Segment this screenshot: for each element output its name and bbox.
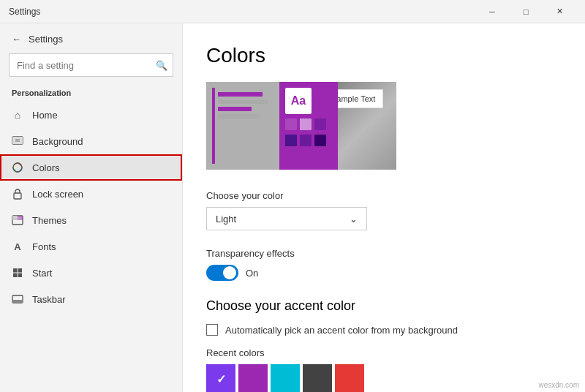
close-button[interactable]: ✕ — [543, 0, 576, 23]
preview-tile-1 — [285, 118, 297, 130]
sidebar-item-background[interactable]: Background — [0, 128, 182, 154]
color-mode-section: Choose your color Light ⌄ — [206, 190, 562, 230]
sidebar: ← Settings 🔍 Personalization ⌂ Home Back… — [0, 23, 183, 392]
sample-text: Sample Text — [338, 94, 375, 103]
color-mode-dropdown[interactable]: Light ⌄ — [206, 207, 367, 230]
sidebar-item-colors[interactable]: Colors — [0, 154, 182, 181]
sample-text-box: Sample Text — [338, 89, 383, 108]
background-icon — [12, 135, 23, 147]
minimize-button[interactable]: ─ — [475, 0, 509, 23]
sidebar-item-taskbar[interactable]: Taskbar — [0, 286, 182, 312]
svg-rect-8 — [18, 216, 23, 220]
sidebar-label-fonts: Fonts — [32, 241, 56, 252]
color-swatch-3[interactable] — [271, 364, 300, 392]
preview-tile-row-1 — [285, 118, 332, 130]
transparency-toggle-row: On — [206, 265, 562, 281]
auto-accent-label: Automatically pick an accent color from … — [225, 325, 458, 336]
preview-tile-row-2 — [285, 135, 332, 146]
main-content: Colors Aa — [183, 23, 585, 392]
accent-color-title: Choose your accent color — [206, 298, 562, 314]
auto-accent-checkbox[interactable] — [206, 324, 218, 336]
accent-color-section: Choose your accent color Automatically p… — [206, 298, 562, 392]
sidebar-search-container: 🔍 — [9, 53, 173, 77]
sidebar-app-title: Settings — [29, 34, 63, 45]
preview-middle-panel: Aa — [279, 82, 338, 170]
preview-right-panel: Sample Text — [338, 82, 396, 170]
app-title: Settings — [9, 7, 475, 17]
preview-aa-tile: Aa — [285, 88, 312, 114]
sidebar-label-background: Background — [32, 136, 83, 147]
color-swatch-2[interactable] — [238, 364, 268, 392]
svg-rect-11 — [13, 274, 18, 278]
sidebar-item-lockscreen[interactable]: Lock screen — [0, 181, 182, 207]
svg-rect-7 — [12, 216, 18, 220]
svg-rect-2 — [15, 139, 20, 142]
choose-color-label: Choose your color — [206, 190, 562, 201]
lockscreen-icon — [12, 188, 23, 200]
app-body: ← Settings 🔍 Personalization ⌂ Home Back… — [0, 23, 585, 392]
fonts-icon: A — [12, 241, 23, 252]
preview-tile-5 — [300, 135, 312, 146]
color-swatches: ✓ — [206, 364, 562, 392]
preview-tile-4 — [285, 135, 297, 146]
preview-tile-3 — [314, 118, 326, 130]
search-input[interactable] — [9, 53, 173, 77]
preview-tile-2 — [300, 118, 312, 130]
sidebar-label-taskbar: Taskbar — [32, 294, 66, 305]
sidebar-item-start[interactable]: Start — [0, 260, 182, 286]
toggle-state-label: On — [246, 268, 258, 279]
title-bar: Settings ─ □ ✕ — [0, 0, 585, 23]
transparency-toggle[interactable] — [206, 265, 238, 281]
svg-rect-14 — [12, 300, 23, 303]
start-icon — [12, 267, 23, 279]
sidebar-label-start: Start — [32, 268, 52, 279]
sidebar-item-themes[interactable]: Themes — [0, 207, 182, 233]
color-swatch-5[interactable] — [335, 364, 364, 392]
sidebar-item-fonts[interactable]: A Fonts — [0, 233, 182, 260]
back-arrow-icon: ← — [12, 34, 21, 45]
transparency-section: Transparency effects On — [206, 248, 562, 281]
preview-left-panel — [206, 82, 279, 170]
themes-icon — [12, 214, 23, 226]
color-swatch-4[interactable] — [303, 364, 332, 392]
sidebar-label-themes: Themes — [32, 215, 67, 226]
colors-icon — [12, 162, 23, 173]
swatch-checkmark: ✓ — [216, 372, 226, 386]
search-icon: 🔍 — [156, 60, 167, 71]
color-preview: Aa Sample Text — [206, 82, 396, 170]
sidebar-section-label: Personalization — [0, 86, 182, 102]
svg-point-4 — [13, 163, 22, 172]
dropdown-chevron-icon: ⌄ — [350, 214, 358, 225]
taskbar-icon — [12, 293, 23, 305]
selected-color-value: Light — [216, 214, 236, 225]
sidebar-label-lockscreen: Lock screen — [32, 189, 83, 200]
svg-rect-10 — [18, 268, 23, 273]
transparency-label: Transparency effects — [206, 248, 562, 259]
color-swatch-1[interactable]: ✓ — [206, 364, 235, 392]
watermark: wesxdn.com — [538, 381, 579, 389]
window-controls: ─ □ ✕ — [475, 0, 576, 23]
auto-accent-row: Automatically pick an accent color from … — [206, 324, 562, 336]
sidebar-back-nav[interactable]: ← Settings — [0, 29, 182, 49]
sidebar-label-colors: Colors — [32, 162, 60, 173]
svg-rect-12 — [18, 274, 23, 278]
toggle-knob — [223, 266, 236, 279]
maximize-button[interactable]: □ — [509, 0, 543, 23]
preview-tile-6 — [314, 135, 326, 146]
sidebar-label-home: Home — [32, 110, 58, 121]
svg-rect-9 — [13, 268, 18, 273]
sidebar-item-home[interactable]: ⌂ Home — [0, 102, 182, 128]
recent-colors-label: Recent colors — [206, 347, 562, 358]
home-icon: ⌂ — [12, 109, 23, 121]
svg-rect-5 — [14, 193, 21, 199]
page-title: Colors — [206, 44, 562, 67]
